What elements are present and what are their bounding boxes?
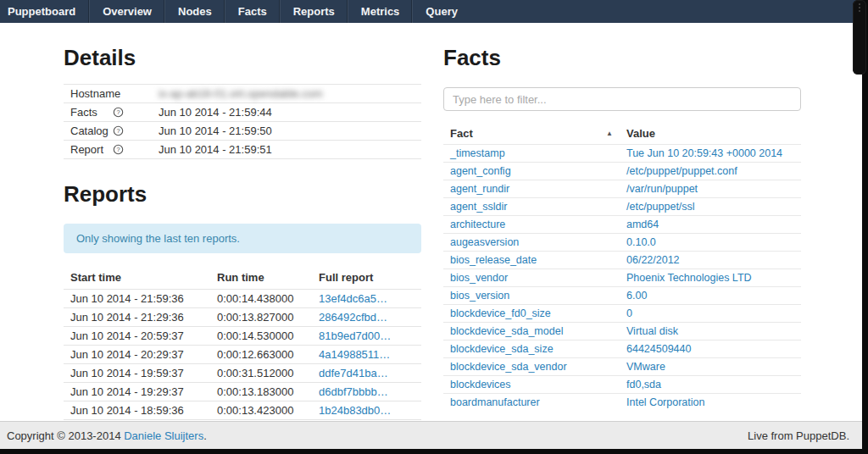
author-link[interactable]: Daniele Sluijters [124, 429, 203, 442]
footer-copyright: Copyright © 2013-2014 Daniele Sluijters. [7, 429, 207, 442]
fact-value-link[interactable]: Phoenix Technologies LTD [626, 272, 752, 284]
fact-value-link[interactable]: 06/22/2012 [626, 254, 680, 266]
fact-value-cell: /etc/puppet/puppet.conf [620, 163, 801, 180]
nav-link-reports[interactable]: Reports [281, 0, 348, 23]
nav-link-facts[interactable]: Facts [225, 0, 280, 23]
fact-name-cell: agent_ssldir [443, 198, 620, 216]
fact-row: blockdevice_sda_modelVirtual disk [443, 323, 801, 340]
fact-row: bios_version6.00 [443, 287, 801, 305]
screen-edge-bottom [0, 449, 868, 454]
report-hash-link[interactable]: 286492cfbd… [319, 311, 387, 324]
fact-name-link[interactable]: _timestamp [450, 147, 505, 159]
fact-value-cell: Phoenix Technologies LTD [620, 269, 801, 287]
col-fact[interactable]: Fact ▲ [443, 125, 620, 145]
navbar-brand[interactable]: Puppetboard [0, 0, 89, 23]
fact-row: architectureamd64 [443, 216, 801, 234]
fact-name-link[interactable]: blockdevice_sda_vendor [450, 361, 567, 373]
fact-value-link[interactable]: /etc/puppet/ssl [626, 201, 695, 213]
report-hash-cell: d6dbf7bbbb… [312, 383, 421, 401]
report-row: Jun 10 2014 - 21:29:360:00:13.8270002864… [64, 308, 421, 327]
report-run-time: 0:00:14.438000 [210, 290, 312, 308]
nav-item-overview: Overview [89, 0, 164, 23]
fact-value-link[interactable]: 6.00 [626, 290, 647, 302]
fact-value-link[interactable]: Intel Corporation [626, 396, 704, 408]
fact-row: blockdevice_sda_vendorVMware [443, 358, 801, 376]
report-hash-link[interactable]: d6dbf7bbbb… [319, 385, 388, 398]
nav-link-metrics[interactable]: Metrics [348, 0, 413, 23]
details-row-catalog: Catalog?Jun 10 2014 - 21:59:50 [64, 122, 421, 141]
fact-value-link[interactable]: 0.10.0 [626, 236, 656, 248]
report-hash-link[interactable]: ddfe7d41ba… [319, 367, 388, 379]
fact-name-link[interactable]: blockdevice_fd0_size [450, 307, 551, 319]
reports-notice: Only showing the last ten reports. [64, 224, 421, 253]
fact-value-cell: /etc/puppet/ssl [620, 198, 801, 216]
details-title: Details [64, 45, 421, 70]
scrollbar-thumb[interactable] [853, 0, 866, 75]
report-start-time: Jun 10 2014 - 19:59:37 [64, 364, 210, 383]
fact-value-link[interactable]: Tue Jun 10 20:59:43 +0000 2014 [626, 147, 782, 159]
fact-value-link[interactable]: /etc/puppet/puppet.conf [626, 165, 737, 177]
report-hash-link[interactable]: 4a14988511… [319, 348, 390, 361]
fact-value-cell: 0.10.0 [620, 234, 801, 252]
reports-table-header: Start time Run time Full report [64, 269, 421, 290]
report-run-time: 0:00:13.827000 [210, 308, 312, 327]
report-run-time: 0:00:14.530000 [210, 327, 312, 346]
report-hash-cell: 81b9ed7d00… [312, 327, 421, 346]
col-run-time: Run time [210, 269, 312, 290]
facts-title: Facts [443, 45, 801, 70]
nav-link-query[interactable]: Query [413, 0, 470, 23]
report-hash-link[interactable]: 13ef4dc6a5… [319, 292, 387, 305]
node-detail-column: Details Hostname ix-ap-ab16-01.virt.open… [64, 23, 421, 421]
nav-link-overview[interactable]: Overview [90, 0, 164, 23]
nav-link-nodes[interactable]: Nodes [165, 0, 225, 23]
fact-name-cell: bios_release_date [443, 252, 620, 269]
fact-name-link[interactable]: agent_ssldir [450, 201, 507, 213]
fact-value-cell: fd0,sda [620, 376, 801, 394]
fact-value-link[interactable]: amd64 [626, 219, 659, 230]
svg-text:?: ? [116, 108, 120, 116]
fact-value-link[interactable]: 0 [626, 307, 632, 319]
report-hash-link[interactable]: 81b9ed7d00… [319, 329, 391, 342]
fact-name-cell: _timestamp [443, 145, 620, 163]
fact-name-link[interactable]: bios_version [450, 290, 509, 302]
report-hash-cell: 13ef4dc6a5… [312, 290, 421, 308]
fact-name-link[interactable]: architecture [450, 219, 505, 230]
report-start-time: Jun 10 2014 - 21:29:36 [64, 308, 210, 327]
fact-name-link[interactable]: blockdevice_sda_model [450, 325, 563, 337]
fact-value-link[interactable]: 64424509440 [626, 343, 691, 355]
facts-table-body: _timestampTue Jun 10 20:59:43 +0000 2014… [443, 145, 801, 412]
report-hash-link[interactable]: 1b24b83db0… [319, 404, 391, 417]
fact-name-link[interactable]: bios_vendor [450, 272, 508, 284]
report-start-time: Jun 10 2014 - 20:29:37 [64, 346, 210, 364]
details-row-label-cell: Catalog? [64, 122, 152, 141]
col-value[interactable]: Value [620, 125, 801, 145]
fact-name-link[interactable]: bios_release_date [450, 254, 537, 266]
details-row-label: Facts [70, 106, 113, 119]
fact-name-link[interactable]: boardmanufacturer [450, 396, 540, 408]
fact-value-cell: 64424509440 [620, 340, 801, 358]
report-row: Jun 10 2014 - 18:59:360:00:13.4230001b24… [64, 401, 421, 420]
fact-name-cell: blockdevice_sda_vendor [443, 358, 620, 376]
fact-name-link[interactable]: blockdevice_sda_size [450, 343, 554, 355]
fact-name-link[interactable]: agent_config [450, 165, 511, 177]
fact-value-link[interactable]: fd0,sda [626, 379, 661, 390]
facts-filter-input[interactable] [443, 87, 801, 111]
fact-value-link[interactable]: Virtual disk [626, 325, 678, 337]
fact-value-link[interactable]: VMware [626, 361, 665, 373]
details-row-timestamp: Jun 10 2014 - 21:59:50 [152, 122, 421, 141]
fact-value-cell: VMware [620, 358, 801, 376]
fact-row: boardmanufacturerIntel Corporation [443, 394, 801, 412]
fact-row: agent_config/etc/puppet/puppet.conf [443, 163, 801, 180]
fact-name-link[interactable]: blockdevices [450, 379, 511, 390]
report-start-time: Jun 10 2014 - 18:59:36 [64, 401, 210, 420]
fact-row: blockdevice_sda_size64424509440 [443, 340, 801, 358]
report-run-time: 0:00:12.663000 [210, 346, 312, 364]
fact-value-link[interactable]: /var/run/puppet [626, 183, 698, 195]
report-row: Jun 10 2014 - 20:59:370:00:14.53000081b9… [64, 327, 421, 346]
fact-name-cell: augeasversion [443, 234, 620, 252]
col-start-time: Start time [64, 269, 210, 290]
fact-name-link[interactable]: agent_rundir [450, 183, 509, 195]
fact-name-cell: bios_vendor [443, 269, 620, 287]
report-hash-cell: ddfe7d41ba… [312, 364, 421, 383]
fact-name-link[interactable]: augeasversion [450, 236, 519, 248]
